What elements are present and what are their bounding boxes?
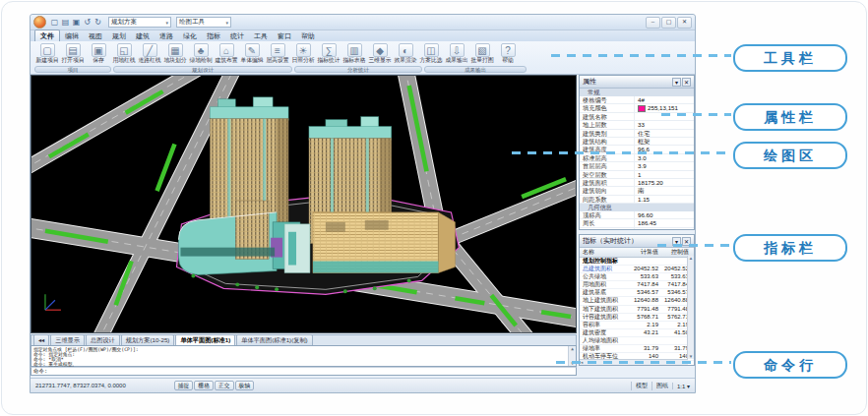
close-button[interactable]: ✕	[677, 17, 692, 29]
toolbar: ▢ 新建项目 ▤ 打开项目 ▣ 保存 ◱ 用地	[31, 41, 695, 75]
property-row[interactable]: 建筑结构 框架	[580, 138, 694, 146]
toolbar-button[interactable]: ✎ 单体编辑	[239, 43, 265, 64]
toolbar-button[interactable]: ◐ 效果渲染	[393, 43, 418, 64]
command-input[interactable]: 命令:	[31, 367, 577, 376]
toolbar-button[interactable]: ▧ 批量打图	[469, 43, 495, 64]
status-toggles: 捕捉栅格正交极轴	[173, 381, 254, 390]
property-row[interactable]: 建筑类别 住宅	[580, 130, 694, 138]
menu-tab[interactable]: 文件	[34, 30, 60, 41]
quick-access-icon[interactable]: ▤	[60, 17, 71, 29]
layout-tab[interactable]: 单体平面图(标准1)	[175, 334, 235, 345]
toolbar-group-label: 成果输出	[424, 66, 527, 73]
indicator-row[interactable]: 计容建筑面积 5768.71 5762.71	[580, 314, 694, 322]
property-row[interactable]: 顶标高 96.60	[580, 211, 694, 219]
toolbar-button-icon: ▧	[475, 43, 490, 57]
quick-access-icon[interactable]: ↻	[93, 17, 103, 29]
indicator-row[interactable]: 公共绿地 533.63 533.63	[580, 273, 694, 281]
indicator-row[interactable]: 绿地率 31.79 31.79	[580, 345, 694, 353]
layout-tab[interactable]: 规划方案(10-25)	[121, 334, 175, 345]
menu-tab[interactable]: 帮助	[296, 30, 320, 41]
quick-access-icon[interactable]: ▢	[49, 17, 60, 29]
menu-tab[interactable]: 绿化	[178, 30, 202, 41]
layout-tab[interactable]: 三维显示	[50, 334, 85, 345]
toolbar-button[interactable]: ◆ 三维显示	[367, 43, 393, 64]
app-logo-icon[interactable]	[33, 16, 46, 29]
status-toggle-button[interactable]: 捕捉	[174, 381, 194, 390]
layout-tab[interactable]: ◂◂	[33, 334, 49, 345]
toolbar-button[interactable]: ▥ 指标表格	[341, 43, 367, 64]
menu-tab[interactable]: 统计	[225, 30, 249, 41]
panel-close-icon[interactable]: ✕	[682, 78, 691, 87]
indicator-row[interactable]: 容积率 2.19 2.19	[580, 322, 694, 329]
indicator-row[interactable]: 总建筑面积 20452.52 20452.52	[580, 266, 694, 273]
drawing-canvas[interactable]	[31, 75, 577, 333]
status-right-item[interactable]: 模型	[631, 382, 648, 390]
property-row[interactable]: 标准层高 3.0	[580, 154, 694, 162]
quick-access-icon[interactable]: ↺	[82, 17, 93, 29]
indicator-row[interactable]: 人均绿地面积	[580, 337, 694, 345]
property-section-header[interactable]: 常规	[580, 89, 694, 96]
indicator-row[interactable]: 地下建筑面积 7791.48 7791.48	[580, 306, 694, 314]
command-history[interactable]: 指定对角点或 [栏选(F)/圈围(WP)/圈交(CP)]:命令: 指定对角点:命…	[31, 345, 577, 367]
property-row[interactable]: 建筑朝向 南	[580, 187, 694, 195]
scroll-down-icon[interactable]: ▼	[689, 354, 693, 359]
toolbar-button-icon: ☀	[296, 43, 311, 57]
indicator-row[interactable]: 用地面积 7417.84 7417.84	[580, 281, 694, 289]
toolbar-button[interactable]: ▢ 新建项目	[34, 43, 60, 64]
toolbar-button[interactable]: ▦ 地块划分	[162, 43, 188, 64]
quick-access-icon[interactable]: ▣	[71, 17, 82, 29]
toolbar-button[interactable]: ▤ 打开项目	[60, 43, 86, 64]
status-toggle-button[interactable]: 栅格	[194, 381, 214, 390]
property-row[interactable]: 地上层数 33	[580, 121, 694, 129]
toolbar-button[interactable]: ? 帮助	[495, 43, 521, 64]
property-row[interactable]: 间距系数 1.15	[580, 196, 694, 204]
menu-tab[interactable]: 工具	[249, 30, 273, 41]
indicator-row[interactable]: 地上建筑面积 12640.88 12640.88	[580, 297, 694, 305]
ucs-icon	[45, 294, 61, 310]
indicator-row[interactable]: 建筑基底 5346.57 5346.57	[580, 289, 694, 297]
indicator-vertical-scrollbar[interactable]: ▲ ▼	[687, 256, 694, 359]
indicator-row[interactable]: 规划控制指标	[580, 258, 694, 266]
layout-tab[interactable]: 总图设计	[86, 334, 120, 345]
workspace-combo[interactable]: 规划方案 ▾	[108, 17, 171, 28]
property-row[interactable]: 周长 186.45	[580, 219, 694, 227]
property-row[interactable]: 面积 545.33	[580, 228, 694, 230]
minimize-button[interactable]: –	[646, 17, 660, 29]
status-right-item[interactable]: 1:1 ▾	[672, 383, 690, 389]
toolbar-button[interactable]: ☀ 日照分析	[290, 43, 316, 64]
toolbar-button[interactable]: ♣ 绿地绘制	[188, 43, 214, 64]
menu-tab[interactable]: 窗口	[273, 30, 296, 41]
toolbar-button[interactable]: ≡ 层高设置	[265, 43, 290, 64]
scroll-up-icon[interactable]: ▲	[571, 346, 574, 351]
maximize-button[interactable]: ▢	[661, 17, 676, 29]
menu-tab[interactable]: 道路	[155, 30, 178, 41]
status-toggle-button[interactable]: 极轴	[235, 381, 255, 390]
panel-dropdown-icon[interactable]: ▾	[672, 78, 681, 87]
toolbar-button[interactable]: ◫ 方案比选	[418, 43, 444, 64]
callout-toolbar: 工具栏	[733, 44, 847, 72]
property-row[interactable]: 建筑面积 18175.20	[580, 179, 694, 187]
menu-tab[interactable]: 编辑	[60, 30, 84, 41]
property-row[interactable]: 填充颜色 255,13,151	[580, 104, 694, 112]
toolbar-button[interactable]: ⇩ 成果输出	[444, 43, 469, 64]
scroll-up-icon[interactable]: ▲	[689, 256, 693, 261]
menu-tab[interactable]: 规划	[107, 30, 131, 41]
property-row[interactable]: 首层层高 3.9	[580, 162, 694, 170]
menu-tab[interactable]: 指标	[202, 30, 225, 41]
status-toggle-button[interactable]: 正交	[215, 381, 234, 390]
layout-tab[interactable]: 单体平面图(标准1)(复制)	[236, 334, 312, 345]
toolbar-button[interactable]: ∑ 指标统计	[316, 43, 341, 64]
indicator-row[interactable]: 建筑密度 43.21 41.50	[580, 329, 694, 337]
property-row[interactable]: 楼栋编号 4#	[580, 96, 694, 104]
status-right-item[interactable]: 图纸	[651, 382, 668, 390]
property-row[interactable]: 架空层数 1	[580, 171, 694, 179]
property-section-header[interactable]: 几何信息	[580, 204, 694, 211]
tool-combo[interactable]: 绘图工具 ▾	[176, 17, 231, 28]
menu-tab[interactable]: 建筑	[131, 30, 155, 41]
menu-tab[interactable]: 视图	[84, 30, 107, 41]
toolbar-button[interactable]: ╱ 道路红线	[137, 43, 162, 64]
toolbar-button[interactable]: ◱ 用地红线	[111, 43, 137, 64]
leader-line-drawing	[512, 151, 731, 154]
toolbar-button[interactable]: ▣ 保存	[86, 43, 111, 64]
toolbar-button[interactable]: ⌂ 建筑布置	[214, 43, 239, 64]
